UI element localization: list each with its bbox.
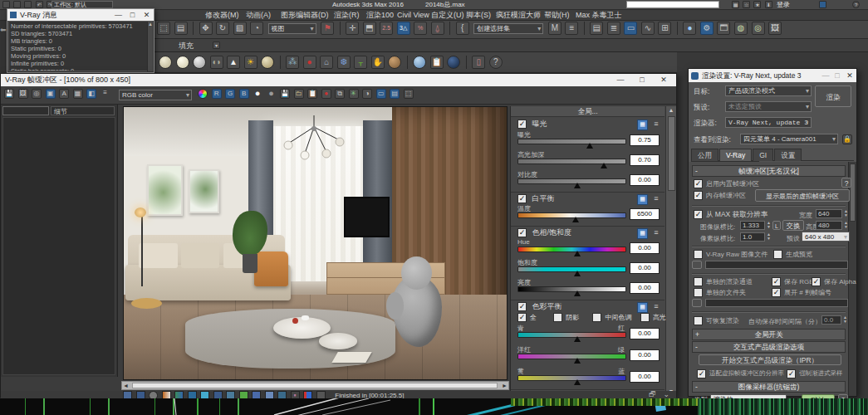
curve-editor-icon[interactable]: ∿ [641,22,655,35]
menu-item-animation[interactable]: 动画(A) [246,10,271,21]
slider-track[interactable] [517,178,626,184]
framebuffer-hscrollbar[interactable]: ◄ ► [121,381,509,390]
open-icon[interactable] [13,1,21,8]
physical-camera-icon[interactable]: ⌂ [320,56,333,69]
slider-value[interactable]: 0.00 [630,262,660,274]
corrections-global-header[interactable]: 全局... [511,106,664,117]
ab-compare-icon[interactable]: ◑ [362,89,372,99]
duplicate-buffer-icon[interactable]: ⧉ [335,89,345,99]
lens-icon[interactable]: ◎ [32,89,42,99]
close-icon[interactable]: ✕ [653,74,674,86]
mirror-icon[interactable]: M [548,22,562,35]
collapse-icon[interactable]: - [695,382,698,392]
new-icon[interactable] [2,1,10,8]
width-field[interactable]: 640 [816,209,842,218]
menu-item-render100[interactable]: 渲染100 [366,10,394,21]
material-editor-icon[interactable]: ● [683,22,696,35]
exposure-menu-icon[interactable]: ≡ [651,120,661,129]
hue-saturation-menu-icon[interactable]: ≡ [651,228,661,237]
lock-view-icon[interactable]: 🔒 [842,134,852,144]
menu-item-rendering[interactable]: 渲染(R) [334,10,360,21]
scroll-left-icon[interactable]: ◄ [123,382,129,389]
signin-label[interactable]: 登录 [777,0,790,10]
color-balance-checkbox[interactable] [517,302,527,311]
select-by-name-icon[interactable]: ▤ [174,22,188,35]
resumable-checkbox[interactable] [694,316,703,325]
scroll-thumb[interactable] [850,164,856,222]
zoom-50-icon[interactable]: ▤ [390,89,400,99]
menu-item-max-antivirus[interactable]: Max 杀毒卫士 [576,10,622,21]
snap-25-icon[interactable]: 2.5 [380,22,393,35]
slider-track[interactable] [517,354,626,359]
slider-value[interactable]: 0.75 [630,134,660,146]
menu-item-scripting[interactable]: 脚本(S) [466,10,491,21]
slider-track[interactable] [517,266,626,272]
raw-file-checkbox[interactable] [694,250,703,259]
search-input[interactable] [626,1,719,8]
dock-icon[interactable]: 🗗 [649,391,656,398]
red-sphere-icon[interactable]: ● [303,56,316,69]
spinner-snap-icon[interactable]: ⍙ [431,22,444,35]
record-icon[interactable]: ● [321,89,331,99]
menu-item-modifiers[interactable]: 修改器(M) [205,10,239,21]
section-exposure[interactable]: 曝光 ▦≡ [511,118,664,130]
workspace-dropdown[interactable]: 工作区: 默认 [51,1,113,8]
schematic-view-icon[interactable]: ⊞ [658,22,671,35]
vray-message-log[interactable]: Number of intersectable primitives: 5703… [8,21,153,71]
glass-sphere-icon[interactable] [413,56,426,69]
dark-sphere-icon[interactable] [447,56,460,69]
slider-value[interactable]: 6500 [630,208,660,220]
render-setup-icon[interactable]: ⚙ [700,22,714,35]
slider-marker[interactable] [586,143,593,149]
snowflake-icon[interactable]: ❆ [337,56,351,69]
graphite-icon[interactable]: ▭ [624,22,637,35]
history-column-header[interactable]: 细节 [51,106,115,115]
named-selection-set-dropdown[interactable]: 创建选择集 [473,23,543,34]
color-balance-menu-icon[interactable]: ≡ [651,302,661,311]
close-icon[interactable]: ✕ [843,69,856,82]
rendered-frame-icon[interactable]: 🗔 [717,22,730,35]
target-dropdown[interactable]: 产品级渲染模式 [725,85,812,96]
render-preview-icon[interactable]: 🖼 [768,22,782,35]
exposure-checkbox[interactable] [517,120,527,129]
color-wheel-icon[interactable] [198,89,208,99]
maximize-icon[interactable]: □ [831,69,843,82]
vray-help-icon[interactable]: ? [489,56,503,69]
channels-browse-button[interactable] [692,299,702,307]
hscroll-thumb[interactable] [132,383,498,388]
blue-channel-icon[interactable]: B [239,89,249,99]
pan-icon[interactable]: ⬚ [404,89,414,99]
load-image-icon[interactable]: 🖼 [18,89,28,99]
slider-marker[interactable] [572,217,579,222]
copy-clipboard-icon[interactable]: 📋 [307,89,317,99]
slider-value[interactable]: 0.00 [630,282,660,294]
scroll-up-icon[interactable]: ▲ [666,106,676,115]
color-balance-toggle-icon[interactable]: ▦ [637,302,648,313]
mode-highlights-checkbox[interactable] [640,313,650,322]
rotate-icon[interactable]: ↻ [216,22,229,35]
white-balance-menu-icon[interactable]: ≡ [651,194,661,203]
snap-percent-icon[interactable]: % [414,22,427,35]
monitor-icon[interactable]: ▭ [376,89,386,99]
sun-icon[interactable]: ☀ [244,56,257,69]
slider-value[interactable]: 0.00 [630,349,660,361]
renderer-dropdown[interactable]: V-Ray Next, update 3 [725,117,812,128]
menu-item-crazy-render-master[interactable]: 疯狂模渲大师 [496,10,541,21]
get-resolution-checkbox[interactable] [694,210,703,219]
sep-channels-checkbox[interactable] [694,277,703,286]
snap-3-icon[interactable]: 3△ [397,22,410,35]
stamp-icon[interactable]: ▦ [73,89,83,99]
start-ipr-button[interactable]: 开始交互式产品级渲染（IPR） [699,354,841,365]
help-icon[interactable]: ? [852,1,860,8]
swap-button[interactable]: 交换 [782,220,804,231]
slider-marker[interactable] [574,290,581,296]
sep-folder-checkbox[interactable] [694,288,703,297]
autosave-field[interactable]: 0.0 [821,315,841,325]
scene-explorer-icon[interactable]: ▤ [590,22,603,35]
tab-gi[interactable]: GI [753,149,773,161]
populate-tab[interactable]: 填充 [179,39,194,52]
section-white-balance[interactable]: 白平衡 ▦≡ [511,192,664,205]
expand-icon[interactable]: + [695,330,699,339]
tab-vray[interactable]: V-Ray [719,149,752,161]
slider-marker[interactable] [574,336,581,342]
